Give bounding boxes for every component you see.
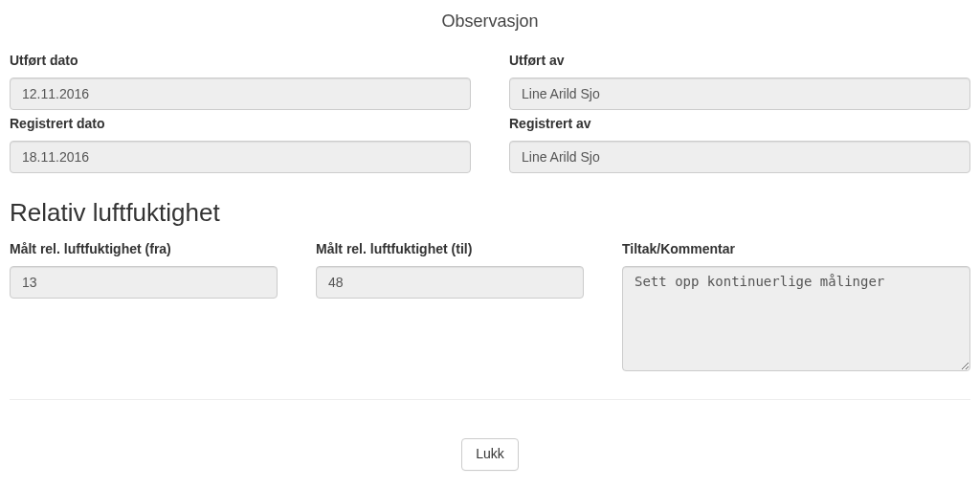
- humidity-to-label: Målt rel. luftfuktighet (til): [316, 241, 584, 256]
- section-divider: [10, 399, 970, 400]
- humidity-from-label: Målt rel. luftfuktighet (fra): [10, 241, 278, 256]
- actions-bar: Lukk: [10, 438, 970, 471]
- humidity-to-col: Målt rel. luftfuktighet (til): [316, 241, 584, 299]
- observation-page: Observasjon Utført dato Registrert dato …: [0, 11, 980, 488]
- meta-right-col: Utført av Registrert av: [509, 53, 970, 173]
- close-button[interactable]: Lukk: [461, 438, 519, 471]
- humidity-from-col: Målt rel. luftfuktighet (fra): [10, 241, 278, 299]
- humidity-to-field: [316, 266, 584, 299]
- humidity-from-field: [10, 266, 278, 299]
- humidity-row: Målt rel. luftfuktighet (fra) Målt rel. …: [10, 241, 970, 374]
- registered-date-field: [10, 141, 471, 173]
- registered-date-label: Registrert dato: [10, 116, 471, 131]
- humidity-comment-field: [622, 266, 970, 371]
- meta-left-col: Utført dato Registrert dato: [10, 53, 471, 173]
- performed-date-field: [10, 78, 471, 110]
- meta-row: Utført dato Registrert dato Utført av Re…: [10, 53, 970, 173]
- performed-date-label: Utført dato: [10, 53, 471, 68]
- section-humidity-title: Relativ luftfuktighet: [10, 198, 970, 228]
- registered-by-label: Registrert av: [509, 116, 970, 131]
- page-title: Observasjon: [10, 11, 970, 32]
- registered-by-field: [509, 141, 970, 173]
- performed-by-field: [509, 78, 970, 110]
- humidity-comment-col: Tiltak/Kommentar: [622, 241, 970, 374]
- humidity-comment-label: Tiltak/Kommentar: [622, 241, 970, 256]
- performed-by-label: Utført av: [509, 53, 970, 68]
